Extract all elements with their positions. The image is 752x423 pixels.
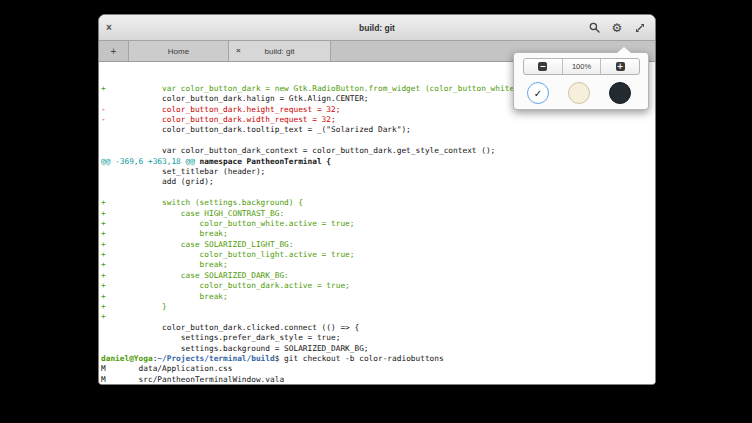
terminal-text: + color_button_light.active = true;: [101, 250, 354, 259]
tab-label: build: git: [265, 47, 295, 56]
terminal-text: ~/Projects/terminal/build: [157, 354, 274, 363]
terminal-line: + break;: [101, 260, 655, 270]
tab-build-git[interactable]: × build: git: [229, 41, 331, 61]
terminal-text: M data/Application.css: [101, 364, 232, 373]
terminal-line: + switch (settings.background) {: [101, 198, 655, 208]
terminal-line: @@ -369,6 +363,18 @@ namespace PantheonT…: [101, 157, 655, 167]
terminal-text: settings.prefer_dark_style = true;: [101, 333, 340, 342]
terminal-line: + break;: [101, 229, 655, 239]
terminal-text: color_button_dark.halign = Gtk.Align.CEN…: [101, 94, 369, 103]
terminal-line: + color_button_dark.active = true;: [101, 281, 655, 291]
settings-button[interactable]: ⚙: [610, 20, 624, 36]
terminal-text: @@ -369,6 +363,18 @@: [101, 157, 195, 166]
terminal-line: color_button_dark.clicked.connect (() =>…: [101, 323, 655, 333]
terminal-text: + case HIGH_CONTRAST_BG:: [101, 209, 284, 218]
terminal-text: + var color_button_dark = new Gtk.RadioB…: [101, 84, 519, 93]
titlebar[interactable]: × build: git ⚙: [99, 15, 655, 41]
terminal-text: + break;: [101, 260, 228, 269]
terminal-output: + var color_button_dark = new Gtk.RadioB…: [101, 84, 655, 385]
terminal-line: + case SOLARIZED_DARK_BG:: [101, 271, 655, 281]
window-title: build: git: [99, 23, 655, 33]
theme-button-solarized-dark[interactable]: [609, 82, 631, 104]
terminal-text: + case SOLARIZED_LIGHT_BG:: [101, 240, 293, 249]
terminal-line: + case SOLARIZED_LIGHT_BG:: [101, 240, 655, 250]
terminal-text: + case SOLARIZED_DARK_BG:: [101, 271, 289, 280]
terminal-line: + color_button_light.active = true;: [101, 250, 655, 260]
terminal-line: var color_button_dark_context = color_bu…: [101, 146, 655, 156]
close-icon: ×: [236, 46, 241, 55]
terminal-screen[interactable]: + var color_button_dark = new Gtk.RadioB…: [99, 62, 655, 385]
tab-home[interactable]: Home: [129, 41, 229, 61]
terminal-text: + }: [101, 302, 167, 311]
terminal-line: + color_button_white.active = true;: [101, 219, 655, 229]
fullscreen-button[interactable]: [633, 20, 647, 36]
terminal-text: $ git checkout -b color-radiobuttons: [275, 354, 444, 363]
terminal-text: + break;: [101, 229, 228, 238]
terminal-line: +: [101, 312, 655, 322]
terminal-text: color_button_dark.tooltip_text = _("Sola…: [101, 125, 411, 134]
new-tab-button[interactable]: +: [99, 41, 129, 61]
terminal-line: M data/Application.css: [101, 364, 655, 374]
terminal-line: add (grid);: [101, 177, 655, 187]
zoom-level-button[interactable]: 100%: [562, 59, 601, 74]
terminal-line: + }: [101, 302, 655, 312]
terminal-line: + break;: [101, 292, 655, 302]
terminal-line: settings.prefer_dark_style = true;: [101, 333, 655, 343]
terminal-text: M src/PantheonTerminalWindow.vala: [101, 375, 284, 384]
search-button[interactable]: [587, 20, 601, 36]
zoom-in-button[interactable]: +: [600, 59, 639, 74]
theme-button-high-contrast[interactable]: ✓: [527, 82, 549, 104]
popover-tail: [617, 47, 631, 53]
terminal-text: var color_button_dark_context = color_bu…: [101, 146, 495, 155]
zoom-out-button[interactable]: −: [524, 59, 562, 74]
terminal-text: +: [101, 312, 106, 321]
theme-button-solarized-light[interactable]: [568, 82, 590, 104]
search-icon: [589, 22, 600, 33]
terminal-text: add (grid);: [101, 177, 214, 186]
terminal-text: namespace PantheonTerminal {: [195, 157, 331, 166]
terminal-line: M src/PantheonTerminalWindow.vala: [101, 375, 655, 385]
tab-label: Home: [168, 47, 189, 56]
terminal-line: + case HIGH_CONTRAST_BG:: [101, 209, 655, 219]
zoom-control-group: − 100% +: [523, 58, 640, 75]
titlebar-actions: ⚙: [587, 15, 647, 40]
plus-icon: +: [111, 46, 117, 57]
terminal-line: set_titlebar (header);: [101, 167, 655, 177]
terminal-line: [101, 136, 655, 146]
gear-icon: ⚙: [612, 22, 623, 34]
tab-close-button[interactable]: ×: [236, 47, 241, 55]
terminal-text: - color_button_dark.width_request = 32;: [101, 115, 336, 124]
terminal-text: color_button_dark.clicked.connect (() =>…: [101, 323, 359, 332]
terminal-text: + switch (settings.background) {: [101, 198, 303, 207]
terminal-line: settings.background = SOLARIZED_DARK_BG;: [101, 344, 655, 354]
fullscreen-icon: [635, 23, 645, 33]
zoom-out-icon: −: [538, 62, 547, 71]
terminal-text: + color_button_dark.active = true;: [101, 281, 350, 290]
terminal-line: daniel@Yoga:~/Projects/terminal/build$ g…: [101, 354, 655, 364]
terminal-text: set_titlebar (header);: [101, 167, 265, 176]
terminal-text: settings.background = SOLARIZED_DARK_BG;: [101, 344, 369, 353]
terminal-line: - color_button_dark.width_request = 32;: [101, 115, 655, 125]
zoom-level-label: 100%: [572, 62, 591, 71]
terminal-line: [101, 188, 655, 198]
terminal-line: color_button_dark.tooltip_text = _("Sola…: [101, 125, 655, 135]
settings-popover: − 100% + ✓: [513, 52, 649, 110]
terminal-text: daniel@Yoga: [101, 354, 153, 363]
terminal-text: + break;: [101, 292, 228, 301]
terminal-text: + color_button_white.active = true;: [101, 219, 354, 228]
terminal-text: - color_button_dark.height_request = 32;: [101, 105, 340, 114]
zoom-in-icon: +: [616, 62, 625, 71]
